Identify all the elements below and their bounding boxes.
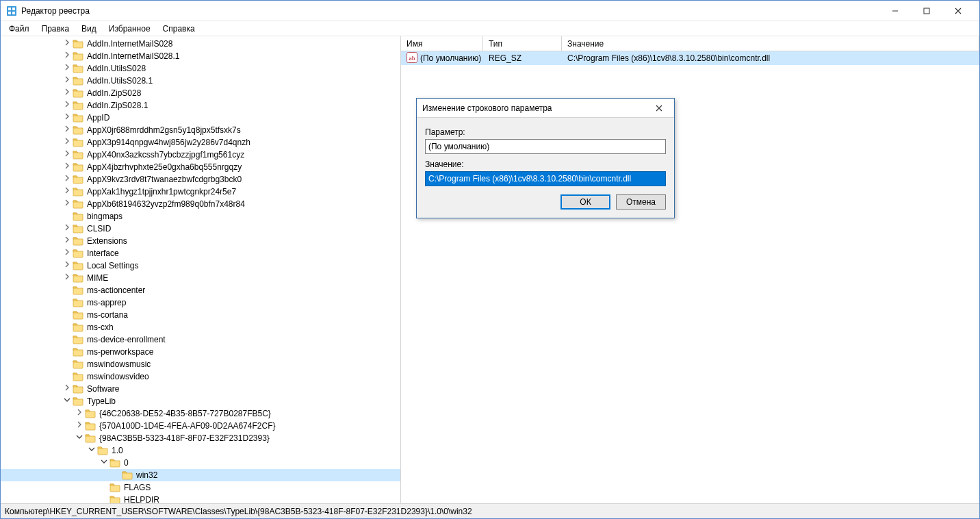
tree-item[interactable]: FLAGS <box>1 481 400 494</box>
tree-item[interactable]: Extensions <box>1 235 400 247</box>
chevron-down-icon[interactable] <box>75 432 84 444</box>
chevron-right-icon[interactable] <box>62 161 72 173</box>
chevron-down-icon[interactable] <box>62 395 72 407</box>
chevron-right-icon[interactable] <box>62 99 72 112</box>
chevron-right-icon[interactable] <box>75 407 84 420</box>
folder-icon <box>73 88 83 99</box>
tree-item[interactable]: ms-device-enrollment <box>1 333 400 346</box>
dialog-close-button[interactable] <box>649 99 669 118</box>
tree-item[interactable]: {46C20638-DE52-4B35-8B57-727B0287FB5C} <box>1 407 400 420</box>
dialog-titlebar: Изменение строкового параметра <box>417 99 674 118</box>
chevron-right-icon[interactable] <box>62 112 72 124</box>
col-header-name[interactable]: Имя <box>401 36 483 51</box>
tree-item[interactable]: AddIn.ZipS028.1 <box>1 99 400 112</box>
tree-item-label: TypeLib <box>86 395 117 407</box>
chevron-right-icon[interactable] <box>62 223 72 235</box>
tree-item[interactable]: AddIn.InternetMailS028 <box>1 38 400 50</box>
tree-pane[interactable]: AddIn.InternetMailS028AddIn.InternetMail… <box>1 36 401 503</box>
folder-icon <box>73 359 83 370</box>
ok-button[interactable]: ОК <box>560 194 610 210</box>
chevron-right-icon[interactable] <box>75 420 84 432</box>
tree-item[interactable]: Software <box>1 383 400 395</box>
tree-item[interactable]: mswindowsmusic <box>1 358 400 370</box>
tree-item[interactable]: AppID <box>1 112 400 124</box>
tree-item[interactable]: AppXb6t8194632yvzp2fm989q0bfn7x48r84 <box>1 198 400 210</box>
tree-item[interactable]: AppX9kvz3rdv8t7twanaezbwfcdgrbg3bck0 <box>1 173 400 186</box>
tree-item[interactable]: HELPDIR <box>1 494 400 503</box>
chevron-right-icon[interactable] <box>62 87 72 99</box>
folder-icon <box>73 100 83 111</box>
folder-icon <box>73 199 83 210</box>
menu-favorites[interactable]: Избранное <box>103 23 156 35</box>
tree-item[interactable]: Local Settings <box>1 260 400 272</box>
tree-item[interactable]: TypeLib <box>1 395 400 407</box>
folder-icon <box>73 273 83 283</box>
tree-item-label: {46C20638-DE52-4B35-8B57-727B0287FB5C} <box>98 407 272 420</box>
tree-item[interactable]: MIME <box>1 272 400 284</box>
minimize-button[interactable] <box>879 1 911 21</box>
tree-item[interactable]: AppX40nx3azkcssh7ybcbzzjpgf1mg561cyz <box>1 149 400 161</box>
chevron-right-icon[interactable] <box>62 124 72 136</box>
chevron-right-icon[interactable] <box>62 186 72 198</box>
folder-icon <box>109 482 120 493</box>
chevron-right-icon[interactable] <box>62 62 72 75</box>
tree-item[interactable]: AppX0jr688mrddhm2gsn5y1q8jpx5tfsxk7s <box>1 124 400 136</box>
chevron-right-icon[interactable] <box>62 383 72 395</box>
chevron-right-icon[interactable] <box>62 75 72 87</box>
chevron-right-icon[interactable] <box>62 38 72 50</box>
tree-item[interactable]: 1.0 <box>1 444 400 457</box>
tree-item[interactable]: mswindowsvideo <box>1 370 400 383</box>
tree-item[interactable]: AddIn.UtilsS028.1 <box>1 75 400 87</box>
chevron-down-icon[interactable] <box>99 457 109 469</box>
value-field[interactable] <box>425 171 666 186</box>
chevron-right-icon[interactable] <box>62 272 72 284</box>
tree-item[interactable]: ms-cortana <box>1 309 400 321</box>
tree-item[interactable]: ms-apprep <box>1 296 400 309</box>
tree-item-label: mswindowsmusic <box>86 358 152 370</box>
tree-item[interactable]: ms-actioncenter <box>1 284 400 296</box>
tree-item[interactable]: AppX3p914qnpgw4hwj856jw2y286v7d4qnzh <box>1 136 400 149</box>
chevron-right-icon[interactable] <box>62 198 72 210</box>
col-header-value[interactable]: Значение <box>562 36 979 51</box>
tree-item-label: Extensions <box>86 235 129 247</box>
col-header-type[interactable]: Тип <box>483 36 562 51</box>
menu-view[interactable]: Вид <box>76 23 102 35</box>
tree-item-label: ms-apprep <box>86 296 127 309</box>
value-type: REG_SZ <box>483 53 562 63</box>
folder-icon <box>109 457 120 468</box>
chevron-right-icon[interactable] <box>62 136 72 149</box>
value-row[interactable]: (По умолчанию) REG_SZ C:\Program Files (… <box>401 51 979 65</box>
menu-file[interactable]: Файл <box>3 23 35 35</box>
tree-item[interactable]: 0 <box>1 457 400 469</box>
tree-item[interactable]: {98AC3B5B-5323-418F-8F07-E32F231D2393} <box>1 432 400 444</box>
param-field <box>425 139 666 154</box>
tree-item-label: ms-penworkspace <box>86 346 155 358</box>
tree-item[interactable]: win32 <box>1 469 400 481</box>
tree-item[interactable]: AddIn.UtilsS028 <box>1 62 400 75</box>
tree-item[interactable]: AppXak1hygz1tpjjnxhr1pwtcgnkpr24r5e7 <box>1 186 400 198</box>
tree-item[interactable]: CLSID <box>1 223 400 235</box>
close-button[interactable] <box>942 1 974 21</box>
folder-icon <box>73 162 83 173</box>
menu-edit[interactable]: Правка <box>36 23 75 35</box>
tree-item[interactable]: bingmaps <box>1 210 400 223</box>
chevron-right-icon[interactable] <box>62 247 72 260</box>
tree-item[interactable]: AddIn.ZipS028 <box>1 87 400 99</box>
folder-icon <box>73 38 83 49</box>
menu-help[interactable]: Справка <box>157 23 201 35</box>
maximize-button[interactable] <box>911 1 942 21</box>
tree-item-label: ms-cortana <box>86 309 129 321</box>
tree-item[interactable]: {570A100D-1D4E-4FEA-AF09-0D2AA674F2CF} <box>1 420 400 432</box>
chevron-right-icon[interactable] <box>62 149 72 161</box>
tree-item[interactable]: AppX4jbzrhvphxte25e0gxha6bq555nrgqzy <box>1 161 400 173</box>
chevron-right-icon[interactable] <box>62 235 72 247</box>
chevron-right-icon[interactable] <box>62 173 72 186</box>
tree-item[interactable]: AddIn.InternetMailS028.1 <box>1 50 400 62</box>
chevron-right-icon[interactable] <box>62 260 72 272</box>
tree-item[interactable]: ms-cxh <box>1 321 400 333</box>
cancel-button[interactable]: Отмена <box>616 194 666 210</box>
tree-item[interactable]: ms-penworkspace <box>1 346 400 358</box>
chevron-right-icon[interactable] <box>62 50 72 62</box>
chevron-down-icon[interactable] <box>87 444 96 457</box>
tree-item[interactable]: Interface <box>1 247 400 260</box>
